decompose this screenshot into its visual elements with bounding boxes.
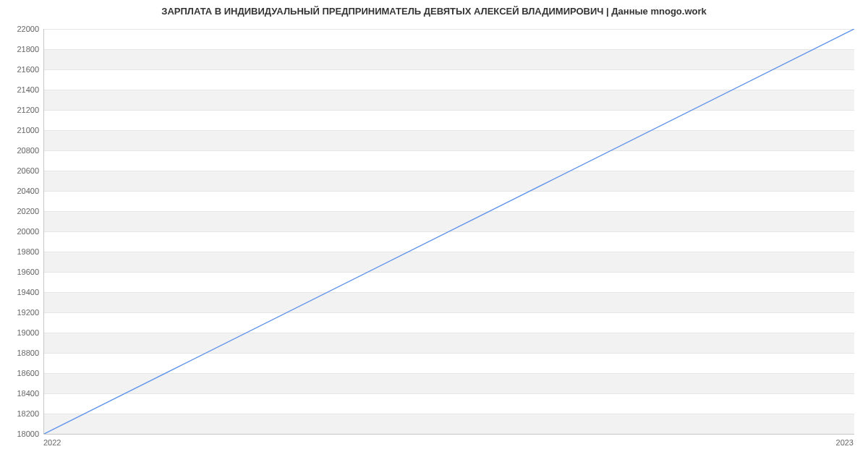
- y-tick-label: 21800: [3, 45, 39, 54]
- y-tick-label: 18600: [3, 369, 39, 377]
- y-tick-label: 18800: [3, 349, 39, 357]
- y-tick-label: 20200: [3, 207, 39, 215]
- y-tick-label: 20400: [3, 187, 39, 195]
- y-tick-label: 18400: [3, 389, 39, 398]
- y-tick-label: 19600: [3, 268, 39, 276]
- x-tick-end: 2023: [836, 438, 854, 447]
- y-tick-label: 22000: [3, 25, 39, 33]
- y-tick-label: 19000: [3, 328, 39, 337]
- y-tick-label: 21200: [3, 106, 39, 114]
- chart-title: ЗАРПЛАТА В ИНДИВИДУАЛЬНЫЙ ПРЕДПРИНИМАТЕЛ…: [0, 6, 868, 17]
- plot-area: [43, 29, 854, 435]
- y-tick-label: 21000: [3, 126, 39, 134]
- y-tick-label: 20800: [3, 146, 39, 155]
- y-tick-label: 20600: [3, 166, 39, 175]
- x-tick-start: 2022: [43, 438, 61, 447]
- y-tick-label: 18200: [3, 409, 39, 418]
- y-tick-label: 19200: [3, 308, 39, 317]
- series-line: [44, 29, 854, 434]
- y-tick-label: 18000: [3, 430, 39, 438]
- data-line: [44, 29, 854, 434]
- y-tick-label: 19400: [3, 288, 39, 296]
- line-chart: ЗАРПЛАТА В ИНДИВИДУАЛЬНЫЙ ПРЕДПРИНИМАТЕЛ…: [0, 0, 868, 470]
- y-tick-label: 19800: [3, 247, 39, 256]
- y-tick-label: 21400: [3, 85, 39, 94]
- grid-line: [44, 434, 854, 435]
- y-tick-label: 20000: [3, 227, 39, 236]
- y-tick-label: 21600: [3, 65, 39, 74]
